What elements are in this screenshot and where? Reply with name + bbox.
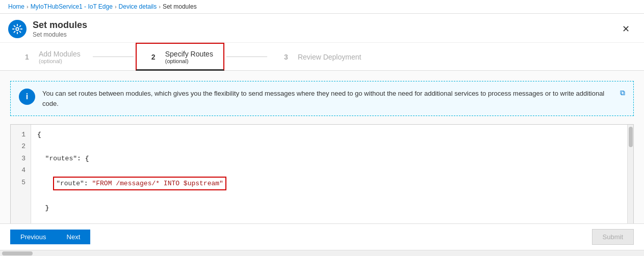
wizard-step-2[interactable]: 2 Specify Routes (optional)	[136, 43, 224, 71]
line-num-1: 1	[16, 129, 25, 140]
step-3-number: 3	[279, 50, 293, 64]
bottom-scrollbar[interactable]	[0, 250, 644, 256]
step-divider-2	[226, 56, 267, 57]
code-line-1: {	[37, 129, 621, 140]
page-subtitle: Set modules	[33, 31, 67, 38]
line-num-2: 2	[16, 140, 25, 152]
info-box: i You can set routes between modules, wh…	[10, 81, 634, 116]
close-button[interactable]: ✕	[618, 22, 634, 36]
external-link-icon[interactable]: ⧉	[620, 89, 625, 97]
breadcrumb-hub[interactable]: MyIoTHubService1 - IoT Edge	[31, 3, 113, 10]
previous-button[interactable]: Previous	[10, 230, 57, 244]
panel-header: Set modules Set modules ✕	[0, 14, 644, 43]
step-2-main: Specify Routes	[165, 50, 213, 58]
wizard-step-1[interactable]: 1 Add Modules (optional)	[10, 43, 91, 70]
code-content[interactable]: { "routes": { "route": "FROM /messages/*…	[31, 125, 627, 223]
footer: Previous Next Submit	[0, 223, 644, 250]
breadcrumb-home[interactable]: Home	[8, 3, 24, 10]
content-area: i You can set routes between modules, wh…	[0, 71, 644, 223]
footer-left-buttons: Previous Next	[10, 230, 90, 244]
panel-title-text: Set modules Set modules	[33, 20, 87, 38]
breadcrumb-current: Set modules	[163, 3, 197, 10]
code-scrollbar[interactable]	[627, 125, 633, 223]
panel-icon	[8, 20, 27, 38]
step-1-sub: (optional)	[39, 58, 81, 64]
step-3-label: Review Deployment	[298, 53, 362, 61]
step-1-label: Add Modules (optional)	[39, 50, 81, 64]
step-1-number: 1	[20, 50, 34, 64]
code-highlight-box: "route": "FROM /messages/* INTO $upstrea…	[53, 177, 226, 190]
code-editor[interactable]: 1 2 3 4 5 { "routes": { "route": "FROM /…	[10, 124, 634, 223]
wizard-steps: 1 Add Modules (optional) 2 Specify Route…	[0, 43, 644, 71]
breadcrumb-sep-3: ›	[159, 4, 161, 10]
code-value-route: "FROM /messages/* INTO $upstream"	[92, 180, 223, 187]
code-key-routes: "routes"	[45, 155, 77, 162]
bottom-scrollbar-thumb	[2, 251, 33, 255]
breadcrumb-sep-1: ›	[27, 4, 29, 10]
submit-button: Submit	[592, 229, 634, 245]
step-2-label: Specify Routes (optional)	[165, 50, 213, 64]
breadcrumb-device[interactable]: Device details	[119, 3, 157, 10]
svg-point-0	[16, 27, 19, 31]
code-line-4: }	[37, 202, 621, 214]
step-divider-1	[93, 56, 134, 57]
next-button[interactable]: Next	[57, 230, 91, 244]
line-num-4: 4	[16, 164, 25, 176]
page-title: Set modules	[33, 20, 87, 31]
step-2-sub: (optional)	[165, 58, 213, 64]
code-line-2: "routes": {	[37, 153, 621, 164]
step-1-main: Add Modules	[39, 50, 81, 58]
wizard-step-3[interactable]: 3 Review Deployment	[269, 43, 372, 70]
step-2-number: 2	[147, 50, 160, 64]
line-num-3: 3	[16, 153, 25, 164]
breadcrumb-sep-2: ›	[115, 4, 117, 10]
panel-title-area: Set modules Set modules	[8, 20, 87, 38]
code-line-3: "route": "FROM /messages/* INTO $upstrea…	[37, 177, 621, 190]
step-3-main: Review Deployment	[298, 53, 362, 61]
code-key-route: "route"	[56, 180, 84, 187]
info-message: You can set routes between modules, whic…	[42, 89, 615, 108]
line-numbers: 1 2 3 4 5	[11, 125, 31, 223]
line-num-5: 5	[16, 177, 25, 188]
info-icon: i	[19, 89, 35, 105]
scrollbar-thumb	[629, 127, 633, 147]
breadcrumb: Home › MyIoTHubService1 - IoT Edge › Dev…	[0, 0, 644, 14]
